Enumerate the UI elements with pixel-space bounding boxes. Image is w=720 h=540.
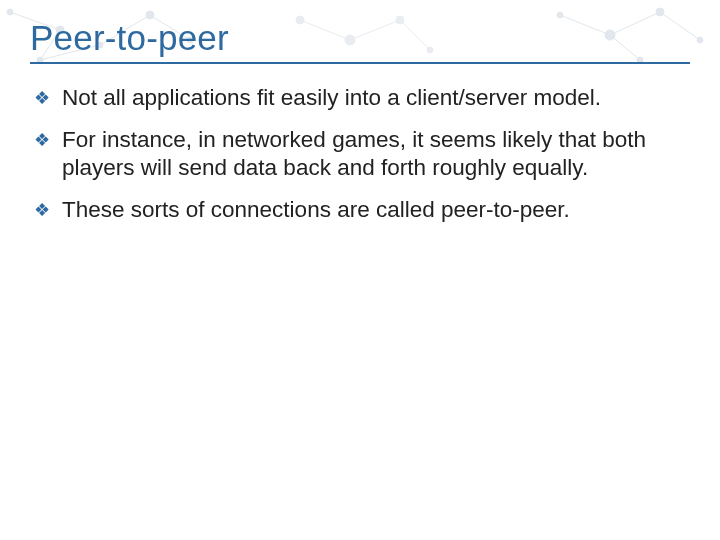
bullet-text: Not all applications fit easily into a c… bbox=[62, 84, 690, 112]
diamond-bullet-icon: ❖ bbox=[30, 84, 62, 110]
diamond-bullet-icon: ❖ bbox=[30, 196, 62, 222]
bullet-text: For instance, in networked games, it see… bbox=[62, 126, 690, 182]
bullet-list: ❖ Not all applications fit easily into a… bbox=[30, 84, 690, 225]
diamond-bullet-icon: ❖ bbox=[30, 126, 62, 152]
bullet-text: These sorts of connections are called pe… bbox=[62, 196, 690, 224]
bullet-item: ❖ Not all applications fit easily into a… bbox=[30, 84, 690, 112]
slide-title: Peer-to-peer bbox=[30, 18, 690, 58]
slide-content: Peer-to-peer ❖ Not all applications fit … bbox=[0, 0, 720, 540]
title-underline bbox=[30, 62, 690, 64]
bullet-item: ❖ These sorts of connections are called … bbox=[30, 196, 690, 224]
bullet-item: ❖ For instance, in networked games, it s… bbox=[30, 126, 690, 182]
